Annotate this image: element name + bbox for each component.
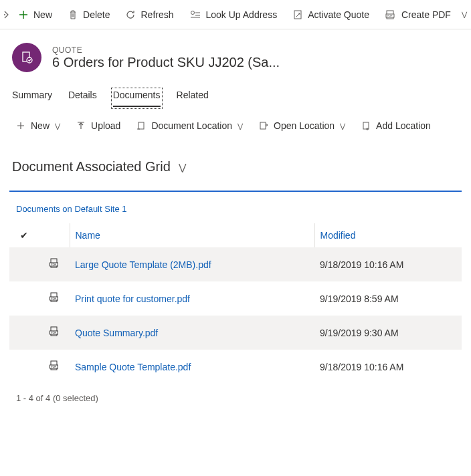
svg-text:PDF: PDF [51,297,57,300]
svg-text:PDF: PDF [51,331,57,334]
expand-icon[interactable] [3,11,11,19]
modified-cell: 9/19/2019 8:59 AM [314,281,462,316]
activate-quote-button[interactable]: Activate Quote [285,0,377,29]
page-title: 6 Orders for Product SKU JJ202 (Sa... [52,55,280,70]
createpdf-label: Create PDF [401,9,451,20]
row-checkbox[interactable] [9,281,39,316]
quote-badge-icon [12,43,41,72]
lookup-label: Look Up Address [206,9,278,20]
modified-cell: 9/18/2019 10:16 AM [314,350,462,384]
pdf-icon: PDF [385,10,396,19]
svg-point-0 [4,14,5,15]
new-label: New [33,9,52,20]
refresh-icon [126,10,135,19]
refresh-button[interactable]: Refresh [118,0,181,29]
tab-documents[interactable]: Documents [113,90,161,107]
file-name-link[interactable]: Quote Summary.pdf [70,316,314,350]
pdf-file-icon: PDF [39,281,70,316]
chevron-down-icon: ⋁ [179,162,186,172]
column-name[interactable]: Name [70,223,314,247]
doc-location-icon [136,121,146,130]
chevron-down-icon: ⋁ [340,122,345,130]
modified-cell: 9/18/2019 10:16 AM [314,247,462,281]
grid-footer: 1 - 4 of 4 (0 selected) [9,384,462,412]
sub-new-label: New [31,120,50,131]
svg-rect-10 [363,122,369,129]
upload-button[interactable]: Upload [70,116,127,135]
openlocation-label: Open Location [274,120,335,131]
file-name-link[interactable]: Sample Quote Template.pdf [70,350,314,384]
select-all-checkbox[interactable]: ✔ [9,223,39,247]
row-checkbox[interactable] [9,316,39,350]
lookup-address-button[interactable]: Look Up Address [182,0,286,29]
icon-column [39,223,70,247]
sub-command-bar: New ⋁ Upload Document Location ⋁ Open Lo… [0,107,471,139]
new-button[interactable]: New [11,0,60,29]
chevron-down-icon: ⋁ [238,122,243,130]
svg-rect-9 [260,122,266,129]
table-row[interactable]: PDFLarge Quote Template (2MB).pdf9/18/20… [9,247,462,281]
addlocation-label: Add Location [376,120,431,131]
svg-text:PDF: PDF [51,365,57,368]
tab-summary[interactable]: Summary [12,90,52,107]
location-link[interactable]: Documents on Default Site 1 [9,192,462,223]
doclocation-label: Document Location [151,120,232,131]
table-row[interactable]: PDFSample Quote Template.pdf9/18/2019 10… [9,350,462,384]
svg-point-7 [27,57,32,63]
upload-label: Upload [91,120,120,131]
file-name-link[interactable]: Large Quote Template (2MB).pdf [70,247,314,281]
svg-text:PDF: PDF [387,14,393,17]
pdf-file-icon: PDF [39,247,70,281]
svg-text:PDF: PDF [51,263,57,266]
add-location-icon [361,121,371,130]
record-header: QUOTE 6 Orders for Product SKU JJ202 (Sa… [0,29,471,79]
entity-label: QUOTE [52,45,280,55]
upload-icon [76,121,86,130]
document-location-button[interactable]: Document Location ⋁ [130,116,250,135]
grid-title-row[interactable]: Document Associated Grid ⋁ [0,139,471,191]
row-checkbox[interactable] [9,350,39,384]
trash-icon [68,10,78,19]
delete-label: Delete [83,9,110,20]
file-name-link[interactable]: Print quote for customer.pdf [70,281,314,316]
plus-icon [16,121,25,130]
open-location-icon [259,121,268,130]
activate-label: Activate Quote [308,9,369,20]
add-location-button[interactable]: Add Location [355,116,438,135]
sub-new-button[interactable]: New ⋁ [9,116,67,135]
activate-icon [293,10,302,19]
modified-cell: 9/19/2019 9:30 AM [314,316,462,350]
create-pdf-button[interactable]: PDF Create PDF [377,0,459,29]
grid-title: Document Associated Grid [12,159,171,174]
pdf-file-icon: PDF [39,350,70,384]
command-bar: New Delete Refresh Look Up Address Activ… [0,0,471,29]
table-row[interactable]: PDFQuote Summary.pdf9/19/2019 9:30 AM [9,316,462,350]
chevron-down-icon: ⋁ [55,122,60,130]
tabs: Summary Details Documents Related [0,79,471,107]
row-checkbox[interactable] [9,247,39,281]
svg-rect-8 [138,122,144,129]
refresh-label: Refresh [140,9,173,20]
plus-icon [19,10,28,19]
svg-point-1 [191,11,194,14]
overflow-icon[interactable]: ⋁ [459,0,470,29]
lookup-icon [190,10,201,19]
document-grid: Documents on Default Site 1 ✔ Name Modif… [9,191,462,412]
delete-button[interactable]: Delete [60,0,118,29]
tab-related[interactable]: Related [177,90,209,107]
table-row[interactable]: PDFPrint quote for customer.pdf9/19/2019… [9,281,462,316]
tab-details[interactable]: Details [68,90,97,107]
open-location-button[interactable]: Open Location ⋁ [252,116,352,135]
pdf-file-icon: PDF [39,316,70,350]
column-modified[interactable]: Modified [314,223,462,247]
